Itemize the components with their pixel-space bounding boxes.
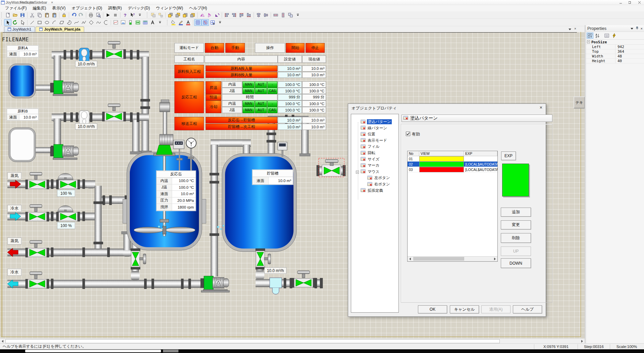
parallelogram-icon[interactable]	[58, 19, 65, 26]
rotate-select-icon[interactable]	[11, 19, 19, 26]
tree-item-マウス[interactable]: マウス	[361, 169, 380, 175]
chevron-icon[interactable]	[136, 12, 144, 18]
exp-button[interactable]: EXP	[501, 151, 516, 160]
tab-list-icon[interactable]	[568, 27, 572, 32]
table-icon[interactable]	[142, 19, 149, 26]
mode-man[interactable]: MAN	[243, 107, 255, 113]
hscroll-thumb[interactable]	[5, 339, 500, 343]
checkbox-checked-icon[interactable]	[406, 132, 410, 137]
align-bottom-icon[interactable]	[245, 12, 253, 18]
auto-button[interactable]: 自動	[205, 43, 224, 53]
selected-valve-object[interactable]	[317, 158, 345, 177]
mode-man[interactable]: MAN	[243, 81, 255, 88]
align-top-icon[interactable]	[238, 12, 245, 18]
mode-cas[interactable]: -	[267, 100, 277, 107]
tree-item-フィル[interactable]: フィル	[361, 144, 380, 149]
text-icon[interactable]	[149, 19, 156, 26]
list-row-no[interactable]: 01	[408, 156, 419, 162]
help-icon[interactable]: ?	[121, 12, 129, 18]
redo-icon[interactable]	[77, 12, 85, 18]
same-size-icon[interactable]	[287, 12, 294, 18]
print-icon[interactable]	[87, 12, 95, 18]
prop-value[interactable]: 942	[615, 45, 644, 49]
tree-item-回転[interactable]: 回転	[361, 150, 376, 156]
list-row-no[interactable]: 03	[408, 167, 419, 172]
send-backward-icon[interactable]	[189, 12, 196, 18]
canvas-hscrollbar[interactable]	[0, 339, 585, 343]
grid-visible-icon[interactable]	[194, 19, 202, 26]
list-scroll-right-icon[interactable]	[492, 257, 497, 261]
arc2-icon[interactable]	[102, 19, 110, 26]
menu-item-5[interactable]: デバック(D)	[125, 5, 153, 11]
dialog-close-icon[interactable]: ×	[540, 105, 542, 110]
list-row-exp[interactable]: [LOCAL$AUTODATA.WORD0$VA	[464, 167, 498, 172]
curve-icon[interactable]	[73, 19, 80, 26]
help-button[interactable]: ヘルプ	[513, 305, 542, 313]
chevron-icon[interactable]	[216, 19, 224, 26]
add-button[interactable]: 追加	[501, 208, 531, 217]
menu-item-1[interactable]: 編集(E)	[30, 5, 49, 11]
tree-item-位置[interactable]: 位置	[361, 131, 376, 137]
run-icon[interactable]	[104, 12, 112, 18]
stage-cell[interactable]: 冷却	[206, 100, 221, 113]
menu-item-2[interactable]: 表示(V)	[49, 5, 68, 11]
pattern-list[interactable]: NoVIEWEXP0102[LOCAL$AUTODATA.WORD0$VA03[…	[407, 151, 498, 262]
ungroup-icon[interactable]	[157, 12, 164, 18]
stop-button[interactable]: 停止	[306, 43, 325, 53]
tree-item-左ボタン[interactable]: 左ボタン	[367, 175, 391, 181]
tree-item-マーカ[interactable]: マーカ	[361, 163, 380, 168]
dialog-title-bar[interactable]: オブジェクトプロパティ ×	[348, 104, 546, 112]
storage-panel[interactable]: 貯留槽液面10.0 m³	[252, 170, 293, 185]
property-pages-icon[interactable]	[603, 33, 610, 39]
menu-item-7[interactable]: ヘルプ(H)	[186, 5, 210, 11]
align-left-icon[interactable]	[223, 12, 230, 18]
chevron-icon[interactable]	[294, 12, 302, 18]
line-icon[interactable]	[29, 19, 36, 26]
flip-h-icon[interactable]	[199, 12, 206, 18]
tab-JoyWatch_Plant.jda[interactable]: JoyWatch_Plant.jda	[36, 27, 84, 32]
tree-item-拡張定義[interactable]: 拡張定義	[361, 188, 384, 193]
menu-item-4[interactable]: 調整(R)	[105, 5, 125, 11]
mode-aut[interactable]: AUT	[255, 81, 267, 88]
tab-JoyWatch1[interactable]: JoyWatch1	[4, 27, 35, 32]
undo-icon[interactable]	[70, 12, 77, 18]
paste-icon[interactable]	[43, 12, 51, 18]
apply-button[interactable]: 適用(A)	[481, 305, 511, 313]
prop-value[interactable]: 364	[615, 49, 644, 54]
center-h-icon[interactable]	[255, 12, 262, 18]
stage-cell[interactable]: 昇温	[206, 81, 221, 94]
new-icon[interactable]	[4, 12, 11, 18]
stage-cell[interactable]: 恒温	[206, 94, 221, 100]
bring-forward-icon[interactable]	[181, 12, 189, 18]
cut-icon[interactable]	[29, 12, 36, 18]
select-icon[interactable]	[4, 19, 11, 26]
content-cell[interactable]: 貯留槽→次工程	[206, 124, 277, 130]
content-cell[interactable]: 原料A投入量	[206, 65, 277, 72]
open-icon[interactable]	[11, 12, 19, 18]
dropdown-icon[interactable]	[630, 26, 634, 31]
list-row-color-swatch[interactable]	[419, 162, 464, 167]
flip-v-icon[interactable]	[206, 12, 213, 18]
list-hscrollbar[interactable]	[408, 256, 497, 261]
bring-front-icon[interactable]	[167, 12, 174, 18]
raw-a-panel[interactable]: 原料A液面10.0 m³	[7, 45, 39, 57]
copy-icon[interactable]	[36, 12, 43, 18]
close-panel-icon[interactable]: ×	[641, 27, 643, 31]
grid-config-icon[interactable]	[209, 19, 216, 26]
tree-item-サイズ[interactable]: サイズ	[361, 157, 380, 162]
maximize-button[interactable]	[625, 0, 635, 5]
tree-item-表示モード[interactable]: 表示モード	[361, 138, 388, 143]
content-cell[interactable]: 原料B投入量	[206, 72, 277, 78]
manual-button[interactable]: 手動	[225, 43, 245, 53]
close-button[interactable]	[635, 0, 644, 5]
canvas-filename-text[interactable]: FILENAME	[2, 37, 29, 43]
pin-icon[interactable]	[636, 26, 639, 31]
mode-man[interactable]: MAN	[243, 88, 255, 94]
save-icon[interactable]	[19, 12, 26, 18]
reactor-panel[interactable]: 反応缶内温100.0 °CJ温100.0 °C液面10.0 m³圧力20.0 M…	[156, 171, 196, 211]
list-header-No[interactable]: No	[408, 151, 419, 156]
stop-icon[interactable]	[112, 12, 119, 18]
tree-item-線パターン[interactable]: 線パターン	[361, 125, 388, 131]
list-row-color-swatch[interactable]	[419, 167, 464, 172]
same-width-icon[interactable]	[272, 12, 279, 18]
